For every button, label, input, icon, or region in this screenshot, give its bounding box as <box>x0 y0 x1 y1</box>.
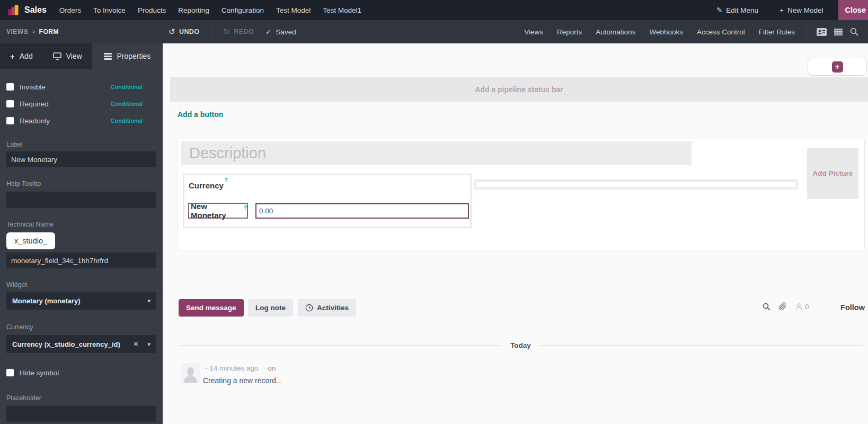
widget-select[interactable]: Monetary (monetary) ▾ <box>6 292 156 310</box>
breadcrumb-views[interactable]: VIEWS <box>6 28 28 35</box>
pipeline-hint-label: Add a pipeline status bar <box>475 85 563 94</box>
currency-select[interactable]: Currency (x_studio_currency_id) ✕ ▾ <box>6 335 156 353</box>
search-messages-icon[interactable] <box>763 303 770 311</box>
add-a-button-link[interactable]: Add a button <box>178 110 223 119</box>
sidebar-tabbar: + Add View Properties <box>0 43 163 69</box>
required-checkbox[interactable] <box>6 100 14 107</box>
message-meta: - 14 minutes ago on <box>205 364 276 372</box>
undo-icon: ↺ <box>169 27 175 37</box>
tab-view[interactable]: View <box>43 43 92 69</box>
help-mark-icon: ? <box>225 177 228 183</box>
new-monetary-field-input[interactable]: 0.00 <box>255 203 469 219</box>
redo-button[interactable]: ↻ REDO <box>223 27 254 37</box>
send-message-button[interactable]: Send message <box>179 299 244 317</box>
chatter-divider <box>163 292 868 292</box>
tab-view-label: View <box>66 52 82 60</box>
empty-field-slot[interactable] <box>474 179 798 190</box>
message-body: Creating a new record... <box>203 376 282 385</box>
new-monetary-field-label[interactable]: New Monetary? <box>188 203 248 219</box>
redo-icon: ↻ <box>223 27 230 37</box>
invisible-checkbox[interactable] <box>6 83 14 91</box>
plus-icon: + <box>10 52 15 61</box>
toolbar-icon-group <box>807 25 862 38</box>
widget-title: Widget <box>6 281 156 288</box>
tab-add[interactable]: + Add <box>0 43 43 69</box>
menu-access-control[interactable]: Access Control <box>697 28 745 36</box>
menu-views[interactable]: Views <box>524 28 543 36</box>
required-conditional-badge[interactable]: Conditional <box>111 101 143 107</box>
log-note-button[interactable]: Log note <box>248 299 293 317</box>
chatter-icon-group: 0 <box>763 302 809 311</box>
nav-orders[interactable]: Orders <box>59 6 81 14</box>
tab-add-label: Add <box>20 52 33 60</box>
menu-webhooks[interactable]: Webhooks <box>649 28 683 36</box>
message-timestamp: - 14 minutes ago <box>205 364 259 372</box>
activities-label: Activities <box>317 304 349 312</box>
breadcrumb-separator: > <box>32 29 35 35</box>
form-editor-canvas: + Add a pipeline status bar Add a button… <box>163 43 868 424</box>
description-field[interactable]: Description <box>181 141 692 165</box>
tab-properties-label: Properties <box>117 52 150 60</box>
contact-card-icon[interactable] <box>817 28 827 36</box>
nav-products[interactable]: Products <box>138 6 166 14</box>
studio-app: Sales Orders To Invoice Products Reporti… <box>0 0 868 424</box>
readonly-label: Readonly <box>20 117 50 125</box>
attachment-paperclip-icon[interactable] <box>778 302 787 311</box>
currency-field-label[interactable]: Currency? <box>189 181 228 190</box>
undo-button[interactable]: ↺ UNDO <box>169 27 199 37</box>
followers-count: 0 <box>805 303 809 311</box>
required-toggle-row[interactable]: Required Conditional <box>6 95 156 112</box>
person-silhouette-icon <box>183 366 198 383</box>
caret-down-icon: ▾ <box>147 297 150 304</box>
breadcrumb-form: FORM <box>39 28 59 35</box>
menu-automations[interactable]: Automations <box>596 28 635 36</box>
tab-properties[interactable]: Properties <box>92 43 163 69</box>
invisible-conditional-badge[interactable]: Conditional <box>111 84 143 90</box>
top-navbar: Sales Orders To Invoice Products Reporti… <box>0 0 868 20</box>
add-field-button[interactable]: + <box>808 58 867 76</box>
invisible-toggle-row[interactable]: Invisible Conditional <box>6 78 156 95</box>
hide-symbol-label: Hide symbol <box>20 369 59 377</box>
followers-person-icon[interactable] <box>795 303 803 311</box>
menu-filter-rules[interactable]: Filter Rules <box>759 28 795 36</box>
nav-test-model[interactable]: Test Model <box>276 6 311 14</box>
saved-label: Saved <box>276 28 296 36</box>
search-icon[interactable] <box>850 28 858 36</box>
nav-reporting[interactable]: Reporting <box>178 6 209 14</box>
properties-panel: Invisible Conditional Required Condition… <box>0 78 163 424</box>
hide-symbol-checkbox[interactable] <box>6 369 14 376</box>
nav-configuration[interactable]: Configuration <box>222 6 264 14</box>
list-view-icon[interactable] <box>834 29 843 35</box>
activities-button[interactable]: Activities <box>298 299 356 317</box>
sales-app-logo-icon <box>7 4 19 16</box>
clock-icon <box>305 304 313 312</box>
readonly-toggle-row[interactable]: Readonly Conditional <box>6 112 156 129</box>
today-label: Today <box>510 341 531 349</box>
pencil-icon: ✎ <box>716 6 722 14</box>
close-button[interactable]: Close <box>838 0 868 20</box>
readonly-checkbox[interactable] <box>6 117 14 124</box>
new-model-button[interactable]: + New Model <box>780 6 823 14</box>
label-input[interactable] <box>6 151 156 167</box>
hide-symbol-row[interactable]: Hide symbol <box>6 365 156 381</box>
menu-reports[interactable]: Reports <box>557 28 582 36</box>
technical-name-input[interactable] <box>6 252 156 268</box>
plus-box-icon: + <box>832 61 843 73</box>
nav-to-invoice[interactable]: To Invoice <box>93 6 126 14</box>
placeholder-input[interactable] <box>6 406 156 422</box>
help-mark-icon: ? <box>244 205 247 211</box>
app-switcher[interactable]: Sales <box>7 4 47 16</box>
clear-currency-icon[interactable]: ✕ <box>133 340 138 348</box>
form-sheet: Description Currency? New Monetary? 0.00… <box>177 139 865 250</box>
edit-menu-button[interactable]: ✎ Edit Menu <box>716 6 758 14</box>
readonly-conditional-badge[interactable]: Conditional <box>111 118 143 124</box>
nav-test-model1[interactable]: Test Model1 <box>323 6 361 14</box>
help-tooltip-input[interactable] <box>6 192 156 208</box>
follow-button[interactable]: Follow <box>840 303 865 312</box>
add-picture-zone[interactable]: Add Picture <box>807 148 858 199</box>
new-model-label: New Model <box>787 6 823 14</box>
add-pipeline-statusbar[interactable]: Add a pipeline status bar <box>170 77 868 102</box>
technical-name-prefix[interactable]: x_studio_ <box>6 232 55 249</box>
app-name[interactable]: Sales <box>24 5 47 15</box>
help-tooltip-title: Help Tooltip <box>6 180 156 187</box>
